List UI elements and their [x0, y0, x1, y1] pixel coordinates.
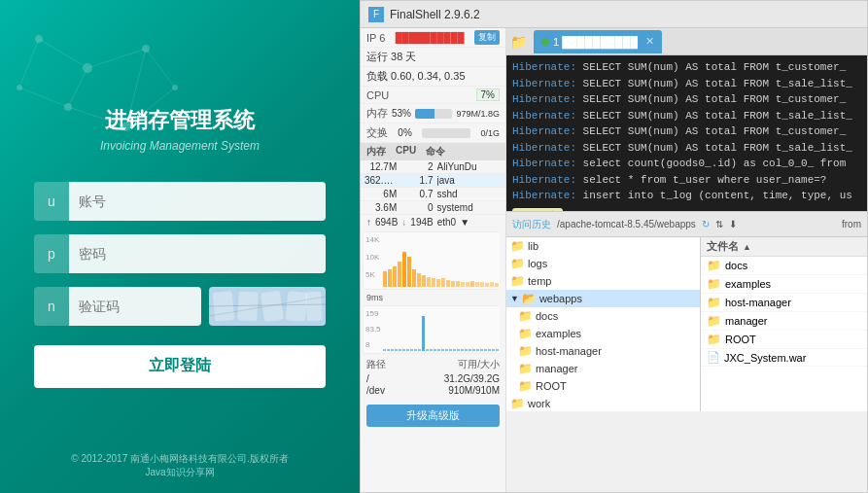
- svg-point-9: [35, 35, 43, 43]
- finalshell-window: F FinalShell 2.9.6.2 IP 6 ██████████ 复制 …: [360, 0, 868, 493]
- tree-item-work[interactable]: 📁 work: [506, 395, 700, 411]
- server-tab[interactable]: 1 ██████████ ✕: [534, 30, 662, 53]
- server-info-panel: IP 6 ██████████ 复制 运行 38 天 负载 0.60, 0.34…: [361, 28, 506, 492]
- svg-line-7: [19, 39, 39, 88]
- mem-percent: 53%: [392, 108, 411, 119]
- download-icon[interactable]: ⬇: [729, 219, 737, 229]
- svg-text:14K: 14K: [365, 235, 380, 244]
- folder-icon-examples: 📁: [518, 327, 533, 340]
- swap-value: 0/1G: [480, 128, 500, 138]
- folder-icon[interactable]: 📁: [510, 32, 530, 52]
- svg-rect-63: [410, 349, 413, 351]
- upgrade-button[interactable]: 升级高级版: [366, 405, 500, 427]
- refresh-icon[interactable]: ↻: [702, 219, 710, 229]
- visit-history-label[interactable]: 访问历史: [512, 218, 551, 231]
- disk-path-1: /: [366, 373, 369, 384]
- download-arrow: ↓: [401, 217, 406, 228]
- folder-icon-host-manager: 📁: [518, 344, 533, 358]
- copy-button[interactable]: 复制: [474, 30, 500, 45]
- disk-size-1: 31.2G/39.2G: [444, 373, 500, 384]
- tree-label-webapps: webapps: [539, 293, 582, 304]
- p1-mem: 12.7M: [365, 161, 397, 172]
- col-cmd: 命令: [426, 145, 445, 158]
- folder-icon-list-ROOT: 📁: [707, 333, 721, 346]
- svg-text:10K: 10K: [365, 253, 380, 262]
- disk-section: 路径 可用/大小 / 31.2G/39.2G /dev 910M/910M: [361, 356, 505, 399]
- folder-icon-work: 📁: [510, 397, 525, 410]
- captcha-input[interactable]: [69, 287, 201, 326]
- tree-item-webapps[interactable]: ▼ 📂 webapps: [506, 290, 700, 307]
- folder-icon-lib: 📁: [510, 239, 525, 253]
- svg-rect-73: [449, 349, 452, 351]
- tree-item-lib[interactable]: 📁 lib: [506, 237, 700, 255]
- svg-text:5K: 5K: [365, 270, 375, 279]
- svg-rect-33: [407, 257, 411, 287]
- tree-item-host-manager[interactable]: 📁 host-manager: [506, 342, 700, 360]
- captcha-wrap: n: [34, 287, 201, 326]
- folder-icon-webapps: 📂: [522, 292, 537, 305]
- p3-cpu: 0.7: [400, 189, 433, 199]
- tree-label-host-manager: host-manager: [536, 345, 602, 357]
- file-row-war[interactable]: 📄 JXC_System.war: [701, 349, 867, 367]
- file-name-examples: 📁 examples: [707, 277, 861, 291]
- svg-rect-32: [402, 252, 406, 287]
- file-row-docs[interactable]: 📁 docs: [701, 257, 867, 275]
- mem-value: 979M/1.8G: [456, 109, 500, 119]
- svg-rect-52: [364, 306, 500, 353]
- svg-rect-18: [237, 291, 259, 321]
- svg-rect-19: [260, 290, 284, 321]
- username-input[interactable]: [69, 182, 326, 221]
- folder-icon-list-manager: 📁: [707, 314, 721, 328]
- tab-bar: 📁 1 ██████████ ✕: [506, 28, 867, 55]
- file-row-examples[interactable]: 📁 examples: [701, 275, 867, 294]
- svg-rect-30: [393, 266, 397, 287]
- svg-rect-49: [485, 283, 489, 287]
- folder-icon-temp: 📁: [510, 274, 525, 288]
- svg-rect-58: [391, 349, 394, 351]
- sort-arrow: ▲: [743, 242, 751, 252]
- svg-rect-44: [461, 282, 465, 287]
- interface-name: eth0: [437, 217, 456, 228]
- captcha-image[interactable]: [209, 287, 326, 326]
- term-line-5: Hibernate: SELECT SUM(num) AS total FROM…: [512, 123, 861, 140]
- load-text: 负载 0.60, 0.34, 0.35: [366, 69, 466, 84]
- password-input[interactable]: [69, 234, 326, 273]
- file-row-manager[interactable]: 📁 manager: [701, 312, 867, 331]
- svg-rect-28: [383, 271, 387, 287]
- tree-item-docs[interactable]: 📁 docs: [506, 307, 700, 325]
- svg-rect-37: [427, 277, 431, 287]
- tree-item-manager[interactable]: 📁 manager: [506, 360, 700, 377]
- svg-line-1: [87, 49, 146, 68]
- svg-rect-42: [451, 281, 455, 287]
- file-row-host-manager[interactable]: 📁 host-manager: [701, 294, 867, 312]
- tree-item-examples[interactable]: 📁 examples: [506, 325, 700, 342]
- file-name-host-manager: 📁 host-manager: [707, 296, 861, 309]
- file-name-manager: 📁 manager: [707, 314, 861, 328]
- interface-dropdown[interactable]: ▼: [460, 217, 469, 228]
- captcha-icon: n: [34, 287, 69, 326]
- term-line-7: Hibernate: select count(goods0_.id) as c…: [512, 156, 861, 172]
- process-table-header: 内存 CPU 命令: [361, 143, 505, 160]
- p3-mem: 6M: [365, 189, 397, 199]
- svg-rect-36: [422, 275, 426, 287]
- p3-cmd: sshd: [437, 189, 503, 199]
- mem-row: 内存 53% 979M/1.8G: [361, 104, 505, 123]
- chat-area: 觉枪记字 改流郑牛 同走完叔: [512, 208, 861, 212]
- tree-item-temp[interactable]: 📁 temp: [506, 272, 700, 290]
- folder-icon-manager: 📁: [518, 362, 533, 375]
- sync-icon[interactable]: ⇅: [715, 219, 723, 229]
- disk-path-2: /dev: [366, 385, 385, 396]
- tree-item-logs[interactable]: 📁 logs: [506, 255, 700, 272]
- copyright: © 2012-2017 南通小梅网络科技有限公司.版权所者 Java知识分享网: [71, 452, 289, 479]
- svg-rect-51: [495, 283, 499, 287]
- disk-size-col: 可用/大小: [458, 358, 500, 371]
- p4-cmd: systemd: [437, 202, 503, 213]
- terminal-area: 📁 1 ██████████ ✕ Hibernate: SELECT SUM(n…: [506, 28, 867, 492]
- login-button[interactable]: 立即登陆: [34, 345, 326, 388]
- filename-col-header[interactable]: 文件名 ▲: [707, 239, 861, 254]
- status-bar: 访问历史 /apache-tomcat-8.5.45/webapps ↻ ⇅ ⬇…: [506, 211, 867, 236]
- file-row-ROOT[interactable]: 📁 ROOT: [701, 331, 867, 349]
- user-icon: u: [34, 182, 69, 221]
- tab-close-button[interactable]: ✕: [645, 35, 654, 48]
- tree-item-root[interactable]: 📁 ROOT: [506, 377, 700, 395]
